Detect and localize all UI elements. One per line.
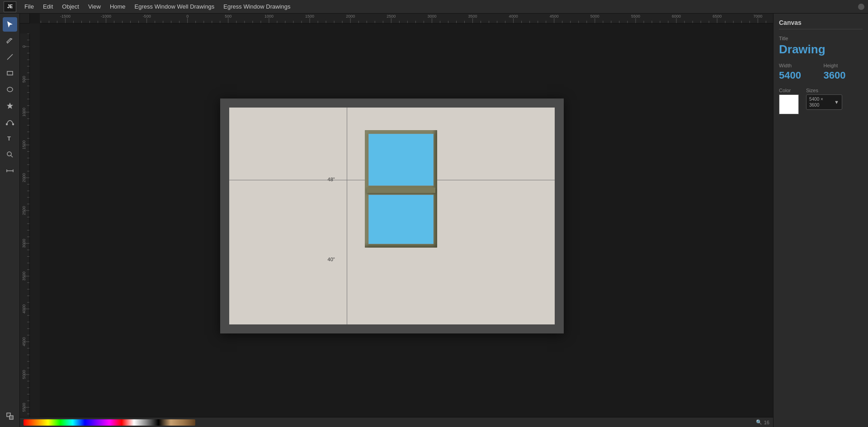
color-label: Color	[779, 88, 799, 93]
ruler-horizontal	[40, 14, 773, 23]
measure-icon	[6, 167, 14, 175]
text-tool[interactable]: T	[3, 131, 17, 145]
ruler-corner-area	[20, 14, 773, 23]
pen-tool[interactable]	[3, 33, 17, 48]
sizes-col: Sizes 5400 ×3600 ▼	[806, 88, 842, 110]
window-glass-top	[368, 134, 434, 186]
menu-file[interactable]: File	[21, 2, 38, 11]
height-col: Height 3600	[824, 63, 863, 81]
height-label: Height	[824, 63, 863, 68]
menubar: JE File Edit Object View Home Egress Win…	[0, 0, 868, 14]
menu-home[interactable]: Home	[106, 2, 129, 11]
canvas-outer: 48" 40"	[220, 99, 564, 333]
zoom-icon: 🔍	[756, 419, 762, 425]
bezier-tool[interactable]	[3, 115, 17, 129]
svg-point-7	[7, 152, 11, 156]
cursor-icon	[6, 20, 14, 28]
star-icon	[6, 102, 14, 110]
svg-rect-13	[9, 416, 13, 419]
text-icon: T	[6, 134, 14, 142]
ellipse-tool[interactable]	[3, 82, 17, 97]
color-swatch[interactable]	[779, 94, 799, 114]
height-value[interactable]: 3600	[824, 70, 863, 81]
drawing-canvas: 48" 40"	[220, 99, 564, 333]
app-logo: JE	[4, 1, 16, 12]
title-section: Title Drawing	[779, 36, 863, 56]
ellipse-icon	[6, 85, 14, 94]
dim-label-40: 40"	[328, 257, 335, 262]
toolbar: T	[0, 14, 20, 427]
menu-object[interactable]: Object	[58, 2, 83, 11]
status-dot	[858, 4, 864, 10]
measure-tool[interactable]	[3, 164, 17, 178]
dim-label-48: 48"	[328, 177, 335, 182]
window-frame	[365, 130, 437, 248]
pen-icon	[6, 37, 14, 45]
sizes-value: 5400 ×3600	[809, 96, 823, 108]
rect-icon	[6, 69, 14, 77]
svg-line-8	[11, 155, 13, 157]
sizes-label: Sizes	[806, 88, 842, 93]
color-col: Color	[779, 88, 799, 114]
line-icon	[6, 53, 14, 61]
window-glass-bottom	[368, 195, 434, 244]
width-col: Width 5400	[779, 63, 818, 81]
zoom-tool[interactable]	[3, 147, 17, 162]
layers-tool[interactable]	[3, 409, 17, 423]
line-tool[interactable]	[3, 50, 17, 64]
sizes-dropdown[interactable]: 5400 ×3600 ▼	[806, 94, 842, 110]
svg-point-2	[7, 87, 13, 92]
title-label: Title	[779, 36, 863, 41]
svg-marker-3	[7, 103, 13, 109]
bezier-icon	[6, 118, 14, 126]
color-sizes-row: Color Sizes 5400 ×3600 ▼	[779, 88, 863, 114]
svg-text:T: T	[7, 135, 11, 142]
menu-edit[interactable]: Edit	[39, 2, 57, 11]
zoom-icon	[6, 150, 14, 159]
canvas-wrapper: 48" 40" 🔍 16	[20, 14, 773, 427]
top-right-indicator	[858, 4, 864, 10]
ruler-canvas-row: 48" 40"	[20, 23, 773, 417]
rectangle-tool[interactable]	[3, 66, 17, 80]
svg-rect-1	[7, 71, 13, 75]
width-label: Width	[779, 63, 818, 68]
svg-line-0	[7, 54, 13, 60]
canvas-inner: 48" 40"	[229, 108, 555, 324]
bottombar: 🔍 16	[20, 417, 773, 427]
title-value[interactable]: Drawing	[779, 42, 863, 56]
select-tool[interactable]	[3, 17, 17, 32]
svg-point-5	[12, 124, 14, 125]
dimensions-row: Width 5400 Height 3600	[779, 63, 863, 81]
ruler-corner	[20, 14, 30, 23]
menu-egress-well[interactable]: Egress Window Well Drawings	[131, 2, 218, 11]
window-rail	[367, 188, 435, 193]
ruler-v-canvas	[20, 33, 30, 417]
ruler-h-canvas	[40, 14, 773, 23]
menu-view[interactable]: View	[85, 2, 104, 11]
menu-egress-window[interactable]: Egress Window Drawings	[220, 2, 294, 11]
main-area: T	[0, 14, 868, 427]
color-strip[interactable]	[24, 419, 195, 426]
star-tool[interactable]	[3, 99, 17, 113]
layers-icon	[6, 412, 14, 420]
zoom-info: 🔍 16	[756, 419, 769, 425]
width-value[interactable]: 5400	[779, 70, 818, 81]
zoom-level: 16	[764, 420, 769, 425]
svg-point-4	[6, 124, 7, 125]
canvas-area[interactable]: 48" 40"	[40, 23, 773, 417]
ruler-vertical	[20, 33, 30, 417]
canvas-section-title: Canvas	[779, 19, 863, 29]
crosshair-vertical	[347, 108, 347, 324]
right-panel: Canvas Title Drawing Width 5400 Height 3…	[773, 14, 868, 427]
dropdown-arrow: ▼	[834, 99, 839, 105]
